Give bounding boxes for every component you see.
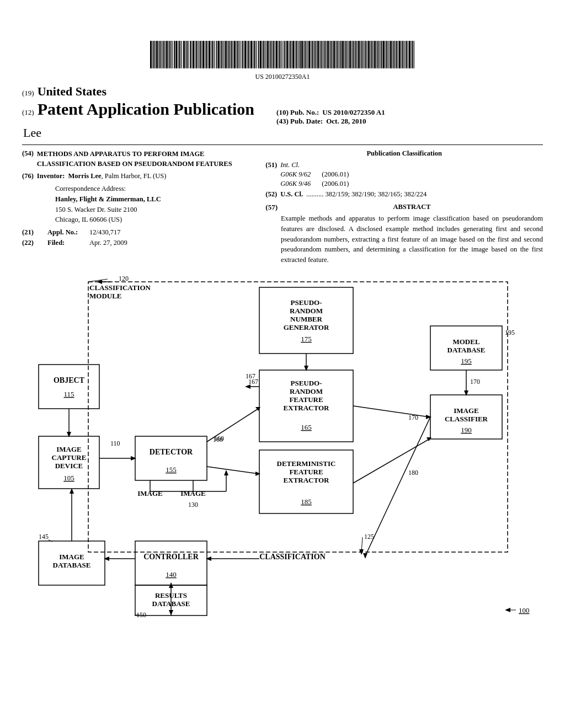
svg-rect-94 (291, 41, 292, 68)
field-22-num: (22) (22, 239, 44, 247)
svg-rect-21 (182, 41, 182, 68)
ref-110: 110 (110, 440, 120, 447)
svg-rect-1 (152, 41, 153, 68)
svg-rect-147 (368, 41, 370, 68)
left-column: (54) METHODS AND APPARATUS TO PERFORM IM… (22, 149, 249, 265)
svg-rect-53 (230, 41, 231, 68)
prng-label2: RANDOM (290, 307, 323, 315)
prfe-label2: RANDOM (290, 387, 323, 395)
svg-rect-4 (156, 41, 158, 68)
svg-rect-79 (269, 41, 270, 68)
int-cl-2-code: G06K 9/46 (280, 180, 311, 188)
int-cl-num: (51) (265, 161, 277, 188)
svg-rect-164 (393, 41, 395, 68)
svg-rect-36 (205, 41, 205, 68)
svg-rect-19 (179, 41, 180, 68)
int-cl-1-code: G06K 9/62 (280, 170, 311, 179)
svg-rect-9 (163, 41, 164, 68)
svg-rect-76 (265, 41, 265, 68)
svg-rect-139 (357, 41, 358, 68)
main-content: (54) METHODS AND APPARATUS TO PERFORM IM… (22, 149, 543, 265)
svg-rect-66 (249, 41, 250, 68)
svg-rect-68 (253, 41, 253, 68)
pub-date-label: (43) Pub. Date: (276, 117, 323, 126)
svg-rect-117 (324, 41, 326, 68)
field-22-row: (22) Filed: Apr. 27, 2009 (22, 239, 249, 247)
header-divider (22, 144, 543, 145)
svg-rect-104 (306, 41, 307, 68)
dfe-label3: EXTRACTOR (284, 476, 329, 484)
svg-rect-26 (190, 41, 191, 68)
pub-no-value: US 2010/0272350 A1 (322, 108, 385, 117)
svg-rect-60 (240, 41, 241, 68)
svg-rect-146 (367, 41, 367, 68)
field-21-num: (21) (22, 228, 44, 237)
svg-rect-149 (371, 41, 372, 68)
svg-rect-74 (262, 41, 263, 68)
icd-num: 105 (63, 474, 74, 482)
inventor-line: Lee (23, 126, 543, 140)
corr-firm: Hanley, Flight & Zimmerman, LLC (55, 194, 249, 205)
svg-rect-133 (348, 41, 349, 68)
svg-rect-38 (207, 41, 208, 68)
dfe-num: 185 (301, 497, 312, 506)
pub-date-row: (43) Pub. Date: Oct. 28, 2010 (276, 117, 385, 126)
barcode-area: // Will be generated inline below (22, 11, 543, 71)
svg-marker-226 (505, 608, 510, 612)
svg-rect-50 (225, 41, 227, 68)
svg-rect-168 (399, 41, 401, 68)
svg-rect-156 (381, 41, 382, 68)
svg-rect-91 (286, 41, 288, 68)
country-num: (19) (22, 89, 34, 98)
svg-rect-70 (255, 41, 256, 68)
svg-rect-3 (155, 41, 156, 68)
svg-rect-83 (275, 41, 275, 68)
svg-rect-165 (395, 41, 396, 68)
ref-195: 195 (505, 329, 515, 336)
svg-rect-44 (216, 41, 217, 68)
svg-rect-118 (326, 41, 327, 68)
abstract-section: (57) ABSTRACT Example methods and appara… (265, 203, 543, 265)
patent-diagram: CLASSIFICATION MODULE 120 PSEUDO- RANDOM… (22, 276, 543, 618)
svg-rect-11 (166, 41, 168, 68)
object-label: OBJECT (54, 376, 85, 384)
svg-rect-33 (200, 41, 201, 68)
svg-rect-56 (234, 41, 236, 68)
field-54-num: (54) (22, 149, 34, 169)
svg-rect-88 (282, 41, 282, 68)
svg-rect-127 (339, 41, 340, 68)
svg-rect-51 (227, 41, 228, 68)
corr-addr1: 150 S. Wacker Dr. Suite 2100 (55, 205, 249, 215)
svg-rect-18 (178, 41, 178, 68)
svg-rect-17 (175, 41, 177, 68)
svg-rect-161 (389, 41, 390, 68)
svg-line-211 (365, 417, 430, 556)
svg-rect-153 (377, 41, 379, 68)
svg-rect-58 (237, 41, 238, 68)
abstract-content: ABSTRACT Example methods and apparatus t… (281, 203, 543, 265)
svg-rect-98 (297, 41, 298, 68)
pub-number: US 20100272350A1 (22, 73, 543, 81)
corr-addr2: Chicago, IL 60606 (US) (55, 215, 249, 225)
svg-rect-157 (383, 41, 385, 68)
svg-rect-22 (183, 41, 185, 68)
svg-marker-231 (224, 470, 228, 475)
field-76-content: Morris Lee, Palm Harbor, FL (US) (68, 172, 167, 180)
field-54-row: (54) METHODS AND APPARATUS TO PERFORM IM… (22, 149, 249, 169)
svg-rect-59 (239, 41, 239, 68)
svg-rect-75 (263, 41, 264, 68)
svg-rect-158 (385, 41, 386, 68)
svg-rect-102 (303, 41, 304, 68)
prng-label4: GENERATOR (284, 323, 329, 331)
svg-rect-140 (358, 41, 360, 68)
svg-rect-82 (273, 41, 274, 68)
svg-rect-89 (284, 41, 285, 68)
svg-rect-49 (224, 41, 225, 68)
svg-rect-37 (206, 41, 207, 68)
ref-100: 100 (519, 606, 530, 614)
pub-no-row: (10) Pub. No.: US 2010/0272350 A1 (276, 108, 385, 117)
svg-rect-143 (363, 41, 364, 68)
svg-rect-57 (236, 41, 237, 68)
svg-rect-25 (188, 41, 189, 68)
svg-rect-131 (345, 41, 347, 68)
